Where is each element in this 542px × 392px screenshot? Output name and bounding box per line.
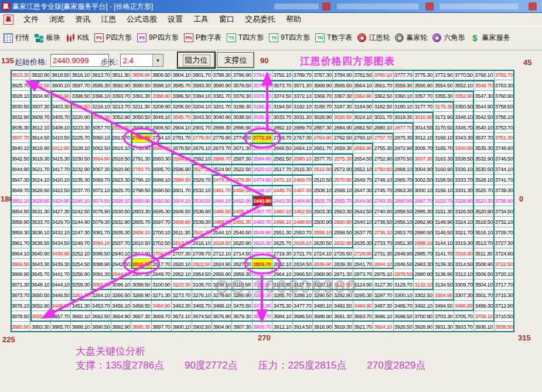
grid-cell: 2880.10 (373, 122, 393, 133)
grid-cell: 3916.90 (313, 322, 333, 332)
grid-cell: 3508.90 (474, 259, 494, 270)
grid-cell: 2642.50 (353, 206, 373, 217)
grid-cell: 2709.70 (192, 248, 212, 259)
grid-cell: 3357.70 (414, 91, 434, 101)
grid-cell: 3487.30 (373, 301, 393, 311)
grid-cell: 2930.50 (111, 206, 131, 217)
step-combobox[interactable]: 2.4 ▼ (120, 54, 163, 67)
grid-cell: 2985.70 (414, 248, 434, 259)
grid-cell: 2628.10 (293, 238, 313, 248)
grid-cell: 3840.10 (11, 143, 30, 154)
grid-cell: 2697.70 (152, 217, 172, 227)
support-button[interactable]: 支撑位 (217, 52, 254, 68)
grid-cell: 2901.70 (192, 122, 212, 133)
grid-cell: 2740.90 (373, 206, 393, 217)
grid-cell: 3100.90 (152, 279, 172, 290)
grid-cell: 3823.30 (11, 70, 30, 80)
toolbar-button-t-square[interactable]: TST四方形 (227, 33, 264, 43)
grid-cell: 2760.10 (353, 133, 373, 144)
grid-cell: 2932.90 (111, 217, 131, 227)
grid-cell: 3506.50 (474, 269, 494, 279)
grid-cell: 2812.90 (131, 248, 151, 259)
grid-cell: 3456.10 (111, 301, 131, 311)
grid-cell: 3014.50 (414, 122, 434, 133)
menu-item-9[interactable]: 帮助 (281, 13, 306, 26)
grid-cell: 2508.10 (313, 185, 333, 196)
resistance-button[interactable]: 阻力位 (178, 52, 215, 68)
toolbar-button-9p-square[interactable]: P99P四方形 (137, 33, 179, 43)
grid-cell: 3600.10 (51, 80, 71, 91)
grid-cell: 3849.70 (11, 185, 30, 196)
grid-cell: 2882.50 (353, 122, 373, 133)
toolbar-label: 赢家服务 (482, 33, 510, 43)
combobox-dropdown-arrow-icon[interactable]: ▼ (152, 54, 163, 66)
toolbar-button-winner-service[interactable]: $赢家服务 (470, 33, 510, 43)
grid-cell: 3780.10 (373, 70, 393, 80)
grid-cell: 2755.30 (373, 143, 393, 154)
start-price-input[interactable] (50, 54, 109, 67)
toolbar-button-sectors-blocks[interactable]: 板块 (35, 33, 60, 43)
menu-item-0[interactable]: 文件 (18, 13, 44, 26)
grid-cell: 2908.90 (131, 122, 151, 133)
grid-cell: 2983.30 (414, 259, 434, 270)
toolbar-button-p-square[interactable]: PSP四方形 (94, 33, 132, 43)
toolbar-button-hexagon[interactable]: 六角形 (432, 33, 465, 43)
grid-cell: 3696.10 (373, 311, 393, 322)
menu-item-8[interactable]: 交易委托 (240, 13, 281, 26)
sectors-blocks-icon (35, 33, 44, 43)
grid-cell: 3921.70 (353, 322, 373, 332)
toolbar-button-quotes-table[interactable]: 行情 (4, 33, 29, 43)
grid-cell: 2568.10 (333, 185, 353, 196)
grid-cell: 3004.90 (414, 164, 434, 175)
hexagon-icon (432, 33, 441, 42)
grid-cell: 2445.70 (272, 185, 292, 196)
menu-item-7[interactable]: 窗口 (214, 13, 240, 26)
grid-cell: 2479.30 (212, 175, 232, 185)
menu-item-5[interactable]: 设置 (162, 13, 188, 26)
grid-cell: 2575.30 (333, 154, 353, 164)
grid-cell: 3588.10 (152, 80, 172, 91)
grid-cell: 3331.30 (454, 185, 474, 196)
grid-cell: 3811.30 (111, 70, 131, 80)
grid-cell: 3674.50 (192, 311, 212, 322)
grid-cell: 2560.90 (333, 217, 353, 227)
toolbar-button-winner-wheel[interactable]: 赢家轮 (395, 33, 427, 43)
menu-item-1[interactable]: 浏览 (44, 13, 70, 26)
grid-cell: 3012.10 (414, 133, 434, 144)
grid-cell: 2976.10 (373, 269, 393, 279)
grid-cell: 3146.50 (434, 227, 454, 238)
grid-cell: 2644.90 (353, 196, 373, 206)
grid-cell: 3422.50 (51, 185, 71, 196)
grid-cell: 3064.90 (91, 154, 111, 164)
grid-cell: 3679.30 (232, 311, 252, 322)
grid-cell: 3367.30 (333, 91, 353, 101)
toolbar-button-kline-candles[interactable]: K线 (66, 33, 89, 43)
grid-cell: 3314.50 (454, 259, 474, 270)
toolbar-button-9t-square[interactable]: T99T四方形 (269, 33, 310, 43)
grid-cell: 2745.70 (373, 185, 393, 196)
grid-cell: 2455.30 (232, 206, 252, 217)
grid-cell: 2906.50 (152, 122, 172, 133)
grid-cell: 3700.90 (414, 311, 434, 322)
grid-cell: 3388.90 (152, 91, 172, 101)
grid-cell: 2676.10 (192, 143, 212, 154)
menu-item-2[interactable]: 资讯 (70, 13, 96, 26)
grid-cell: 3580.90 (212, 80, 232, 91)
grid-cell: 3309.70 (454, 279, 474, 290)
grid-cell: 3914.50 (293, 322, 313, 332)
menu-item-4[interactable]: 公式选股 (121, 13, 162, 26)
toolbar-label: T数字表 (327, 33, 352, 43)
grid-cell: 2752.90 (373, 154, 393, 164)
toolbar-button-gann-wheel[interactable]: 江恩轮 (357, 33, 390, 43)
grid-cell: 3352.90 (454, 91, 474, 101)
toolbar-button-p-number-table[interactable]: PNP数字表 (184, 33, 221, 43)
grid-cell: 3890.50 (91, 322, 111, 332)
chart-title: 江恩价格四方形图表 (300, 54, 395, 68)
grid-cell: 3290.50 (313, 290, 333, 301)
toolbar-button-t-number-table[interactable]: TNT数字表 (315, 33, 352, 43)
grid-cell: 2563.30 (333, 206, 353, 217)
grid-cell: 3516.10 (474, 227, 494, 238)
menu-item-3[interactable]: 江恩 (96, 13, 121, 26)
grid-cell: 3883.30 (30, 322, 50, 332)
menu-item-6[interactable]: 工具 (188, 13, 214, 26)
